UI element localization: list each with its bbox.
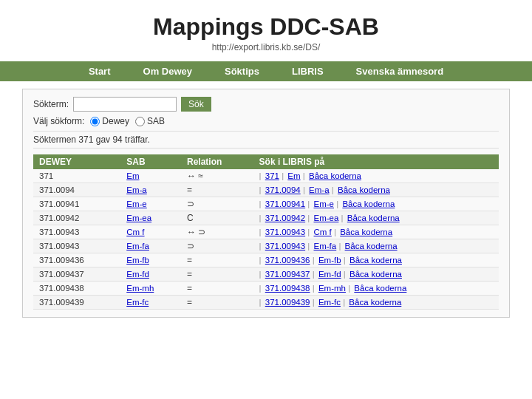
page-title: Mappings DDC-SAB xyxy=(0,13,532,41)
libris-dewey-link[interactable]: 371.009438 xyxy=(265,284,310,293)
libris-sab-link[interactable]: Em-fd xyxy=(318,270,341,279)
search-button[interactable]: Sök xyxy=(181,97,211,112)
haka-link[interactable]: Båca koderna xyxy=(349,270,402,279)
libris-sab-link[interactable]: Em-a xyxy=(309,185,329,194)
page-subtitle: http://export.libris.kb.se/DS/ xyxy=(0,42,532,52)
cell-sab: Em-fc xyxy=(120,296,181,310)
search-type-options: Dewey SAB xyxy=(90,116,165,126)
result-info: Söktermen 371 gav 94 träffar. xyxy=(33,131,499,149)
search-row: Sökterm: Sök xyxy=(33,97,499,112)
haka-link[interactable]: Båca koderna xyxy=(347,214,400,222)
haka-link[interactable]: Båca koderna xyxy=(309,171,361,180)
cell-dewey: 371.009438 xyxy=(33,282,120,296)
libris-sab-link[interactable]: Em-ea xyxy=(314,214,339,222)
libris-sab-link[interactable]: Em-fa xyxy=(314,242,337,250)
cell-libris: | 371.009439 | Em-fc | Båca koderna xyxy=(253,296,499,310)
haka-link[interactable]: Båca koderna xyxy=(345,242,398,250)
table-row: 371.0094Em-a=| 371.0094 | Em-a | Båca ko… xyxy=(33,183,499,197)
col-header-libris: Sök i LIBRIS på xyxy=(253,154,499,169)
libris-dewey-link[interactable]: 371.00943 xyxy=(265,228,305,236)
haka-link[interactable]: Båca koderna xyxy=(349,256,402,265)
cell-dewey: 371.009436 xyxy=(33,253,120,267)
cell-sab: Em-a xyxy=(120,183,181,197)
cell-dewey: 371.009437 xyxy=(33,267,120,282)
libris-dewey-link[interactable]: 371.0094 xyxy=(265,185,301,194)
sab-link[interactable]: Em-ea xyxy=(126,214,151,222)
cell-relation: = xyxy=(181,267,253,282)
libris-sab-link[interactable]: Cm f xyxy=(314,228,332,236)
cell-libris: | 371 | Em | Båca koderna xyxy=(253,169,499,183)
sab-link[interactable]: Em-fa xyxy=(126,242,149,250)
sab-link[interactable]: Em-mh xyxy=(126,284,154,293)
col-header-sab: SAB xyxy=(120,154,181,169)
table-row: 371.009439Em-fc=| 371.009439 | Em-fc | B… xyxy=(33,296,499,310)
radio-sab[interactable]: SAB xyxy=(135,116,165,126)
libris-sab-link[interactable]: Em-fb xyxy=(318,256,341,265)
cell-sab: Em-fa xyxy=(120,239,181,253)
cell-dewey: 371.00941 xyxy=(33,197,120,211)
col-header-dewey: DEWEY xyxy=(33,154,120,169)
cell-libris: | 371.0094 | Em-a | Båca koderna xyxy=(253,183,499,197)
table-row: 371.00943Cm f↔ ⊃| 371.00943 | Cm f | Båc… xyxy=(33,225,499,239)
cell-libris: | 371.00942 | Em-ea | Båca koderna xyxy=(253,211,499,225)
radio-dewey[interactable]: Dewey xyxy=(90,116,129,126)
sab-link[interactable]: Em-fd xyxy=(126,270,149,279)
nav-soktips[interactable]: Söktips xyxy=(208,61,276,81)
haka-link[interactable]: Båca koderna xyxy=(349,298,401,307)
navigation-bar: Start Om Dewey Söktips LIBRIS Svenska äm… xyxy=(0,61,532,81)
col-header-relation: Relation xyxy=(181,154,253,169)
cell-sab: Cm f xyxy=(120,225,181,239)
libris-dewey-link[interactable]: 371.00943 xyxy=(265,242,305,250)
search-input[interactable] xyxy=(73,97,177,112)
cell-relation: = xyxy=(181,183,253,197)
libris-dewey-link[interactable]: 371 xyxy=(265,171,279,180)
cell-relation: ↔ ≈ xyxy=(181,169,253,183)
nav-libris[interactable]: LIBRIS xyxy=(276,61,340,81)
nav-start[interactable]: Start xyxy=(72,61,127,81)
cell-dewey: 371 xyxy=(33,169,120,183)
results-table: DEWEY SAB Relation Sök i LIBRIS på 371Em… xyxy=(33,154,499,310)
search-label: Sökterm: xyxy=(33,99,69,109)
search-type-label: Välj sökform: xyxy=(33,116,84,126)
libris-sab-link[interactable]: Em-fc xyxy=(318,298,341,307)
libris-dewey-link[interactable]: 371.009439 xyxy=(265,298,310,307)
haka-link[interactable]: Båca koderna xyxy=(340,228,392,236)
table-row: 371.00942Em-eaC| 371.00942 | Em-ea | Båc… xyxy=(33,211,499,225)
nav-svenska-amnesord[interactable]: Svenska ämnesord xyxy=(340,61,460,81)
sab-link[interactable]: Em-e xyxy=(126,200,146,208)
cell-relation: = xyxy=(181,296,253,310)
table-row: 371.009437Em-fd=| 371.009437 | Em-fd | B… xyxy=(33,267,499,282)
cell-libris: | 371.00941 | Em-e | Båca koderna xyxy=(253,197,499,211)
cell-relation: = xyxy=(181,253,253,267)
cell-dewey: 371.00942 xyxy=(33,211,120,225)
cell-dewey: 371.009439 xyxy=(33,296,120,310)
haka-link[interactable]: Båca koderna xyxy=(354,284,406,293)
cell-sab: Em xyxy=(120,169,181,183)
cell-libris: | 371.009437 | Em-fd | Båca koderna xyxy=(253,267,499,282)
haka-link[interactable]: Båca koderna xyxy=(338,185,390,194)
libris-sab-link[interactable]: Em-e xyxy=(314,200,334,208)
libris-sab-link[interactable]: Em-mh xyxy=(318,284,346,293)
libris-dewey-link[interactable]: 371.00942 xyxy=(265,214,305,222)
sab-link[interactable]: Em-fc xyxy=(126,298,149,307)
sab-link[interactable]: Em-a xyxy=(126,185,146,194)
libris-dewey-link[interactable]: 371.00941 xyxy=(265,200,305,208)
sab-link[interactable]: Em-fb xyxy=(126,256,149,265)
cell-relation: ⊃ xyxy=(181,197,253,211)
nav-om-dewey[interactable]: Om Dewey xyxy=(127,61,208,81)
table-row: 371.00941Em-e⊃| 371.00941 | Em-e | Båca … xyxy=(33,197,499,211)
haka-link[interactable]: Båca koderna xyxy=(342,200,395,208)
sab-link[interactable]: Cm f xyxy=(126,228,144,236)
cell-sab: Em-ea xyxy=(120,211,181,225)
libris-dewey-link[interactable]: 371.009436 xyxy=(265,256,310,265)
table-body: 371Em↔ ≈| 371 | Em | Båca koderna371.009… xyxy=(33,169,499,310)
libris-sab-link[interactable]: Em xyxy=(287,171,300,180)
table-row: 371Em↔ ≈| 371 | Em | Båca koderna xyxy=(33,169,499,183)
cell-relation: ⊃ xyxy=(181,239,253,253)
libris-dewey-link[interactable]: 371.009437 xyxy=(265,270,310,279)
cell-dewey: 371.00943 xyxy=(33,225,120,239)
cell-libris: | 371.009438 | Em-mh | Båca koderna xyxy=(253,282,499,296)
cell-relation: = xyxy=(181,282,253,296)
sab-link[interactable]: Em xyxy=(126,171,139,180)
cell-dewey: 371.00943 xyxy=(33,239,120,253)
